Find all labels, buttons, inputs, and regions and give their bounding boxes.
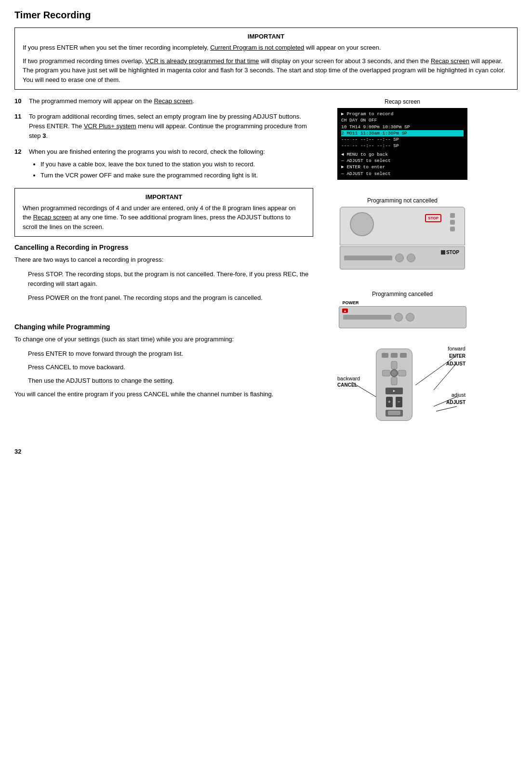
step-11: 11 To program additional recording times…: [14, 112, 313, 141]
step-10: 10 The programmed memory will appear on …: [14, 96, 313, 106]
right-column: Recap screen ▶ Program to record CH DAY …: [328, 96, 477, 440]
vcr-cancelled-container: POWER ▲: [339, 300, 466, 328]
remote-btn-a: [382, 353, 388, 358]
vcr-btn-2: [450, 220, 455, 225]
backward-label: backward: [337, 376, 360, 381]
stop-button-highlight: STOP: [425, 214, 441, 222]
enter-arrow: ►: [393, 389, 396, 392]
stop-text: STOP: [446, 250, 459, 255]
recap-row4: --- -- --:-- --:-- SP: [341, 143, 464, 149]
enter-button[interactable]: ►: [386, 388, 403, 394]
cancelling-heading: Cancelling a Recording in Progress: [14, 243, 313, 251]
tape-slot-2: [343, 315, 391, 320]
vcr2-knob: [394, 313, 403, 322]
forward-label: forward: [448, 346, 466, 351]
important-title-2: IMPORTANT: [23, 193, 305, 201]
vcr-top-buttons: [450, 213, 455, 231]
step-11-content: To program additional recording times, s…: [29, 112, 313, 141]
vcr-top: STOP: [340, 207, 465, 245]
important-title-1: IMPORTANT: [23, 33, 509, 40]
vcr-btn-1: [450, 213, 455, 218]
remote-btn-b: [391, 353, 398, 358]
vcr2-front: ▲: [339, 306, 466, 328]
dpad-right: [398, 370, 406, 376]
cancelling-intro: There are two ways to cancel a recording…: [14, 255, 313, 265]
adjust-lower2-label: ADJUST: [446, 400, 466, 405]
cancel-label-diagram: CANCEL: [337, 382, 358, 388]
adjust-lower-label: adjust: [452, 392, 466, 398]
page-title: Timer Recording: [14, 10, 518, 21]
cancel-method-2: Press POWER on the front panel. The reco…: [28, 293, 313, 303]
content-row: 10 The programmed memory will appear on …: [14, 96, 518, 440]
recap-row3: --- -- --:-- --:-- SP: [341, 136, 464, 143]
adjust-minus-button[interactable]: −: [396, 397, 402, 407]
changing-line3: Then use the ADJUST buttons to change th…: [28, 376, 313, 386]
step-10-number: 10: [14, 96, 25, 106]
prog-not-cancelled-label: Programming not cancelled: [367, 197, 438, 204]
step-ref: 3: [42, 132, 46, 139]
prog-cancelled-label: Programming cancelled: [372, 291, 433, 297]
recap-menu-4: — ADJUST to select: [341, 171, 464, 177]
changing-intro: To change one of your settings (such as …: [14, 335, 313, 344]
enter-label-diagram: ENTER: [449, 353, 466, 359]
important-box-2: IMPORTANT When programmed recordings of …: [14, 188, 313, 237]
remote-top-buttons: [382, 353, 407, 358]
bottom-controls-diagram: ► + − forward ENTER: [337, 334, 467, 440]
page-wrapper: Timer Recording IMPORTANT If you press E…: [14, 10, 518, 455]
left-column: 10 The programmed memory will appear on …: [14, 96, 323, 440]
svg-line-4: [436, 406, 457, 411]
important-underline-1: Current Program is not completed: [210, 44, 304, 51]
dpad-up: [391, 361, 398, 369]
changing-line1: Press ENTER to move forward through the …: [28, 349, 313, 359]
bullet-1: If you have a cable box, leave the box t…: [40, 160, 313, 169]
step-12-content: When you are finished entering the progr…: [29, 147, 313, 182]
step-12-number: 12: [14, 147, 25, 182]
recap-screen-label: Recap screen: [385, 98, 420, 105]
step-12-bullets: If you have a cable box, leave the box t…: [40, 160, 313, 180]
remote-body: ► + −: [376, 349, 412, 421]
changing-heading: Changing while Programming: [14, 323, 313, 331]
vcr-already-programmed: VCR is already programmed for that time: [145, 57, 259, 65]
dpad-down: [391, 377, 398, 385]
recap-row2-highlight: 2 MO11 11:30am 1:30Pm SP: [341, 130, 464, 136]
power-label-text: POWER: [343, 300, 466, 305]
bullet-2: Turn the VCR power OFF and make sure the…: [40, 171, 313, 180]
step-11-number: 11: [14, 112, 25, 141]
recap-row1: 10 TH14 9:00Pm 10:30Pm SP: [341, 124, 464, 130]
svg-line-1: [434, 363, 457, 390]
important-box-1: IMPORTANT If you press ENTER when you se…: [14, 27, 518, 90]
tape-slot: [344, 256, 392, 260]
vcr2-knob-2: [406, 313, 414, 322]
step-10-content: The programmed memory will appear on the…: [29, 96, 313, 106]
recap-col-headers: CH DAY ON OFF: [341, 117, 464, 123]
recap-menu-1: ◄ MENU to go back: [341, 151, 464, 158]
step-12: 12 When you are finished entering the pr…: [14, 147, 313, 182]
recap-icon-row: ▶ Program to record: [341, 111, 464, 117]
power-indicator-badge: ▲: [342, 309, 348, 313]
vcr-knob-2: [407, 254, 415, 262]
vcr-knob: [395, 254, 404, 262]
adjust-buttons-pair: + −: [386, 397, 402, 407]
recap-link-2: Recap screen: [154, 97, 192, 105]
adjust-label-diagram: ADJUST: [446, 361, 466, 366]
cancel-inner: [388, 411, 400, 415]
recap-screen-link-1: Recap screen: [431, 57, 469, 65]
important-para-3: When programmed recordings of 4 and unde…: [23, 203, 305, 232]
recap-menu-3: ► ENTER to enter: [341, 164, 464, 170]
changing-note: You will cancel the entire program if yo…: [14, 390, 313, 399]
svg-line-0: [415, 355, 457, 385]
recap-link-3: Recap screen: [33, 214, 72, 221]
recap-menu-2: — ADJUST to select: [341, 158, 464, 164]
remote-dpad: [382, 361, 406, 385]
step-12-text: When you are finished entering the progr…: [29, 148, 265, 155]
vcr-dial: [350, 212, 374, 236]
dpad-left: [382, 370, 390, 376]
important-para-1: If you press ENTER when you set the time…: [23, 43, 509, 53]
cancel-method-1: Press STOP. The recording stops, but the…: [28, 269, 313, 289]
stop-front-label: STOP: [441, 250, 459, 255]
adjust-plus-button[interactable]: +: [386, 397, 393, 407]
vcr-plus-link: VCR Plus+ system: [84, 122, 136, 130]
dpad-center: [390, 369, 398, 377]
remote-btn-c: [400, 353, 407, 358]
vcr-btn-3: [450, 227, 455, 231]
